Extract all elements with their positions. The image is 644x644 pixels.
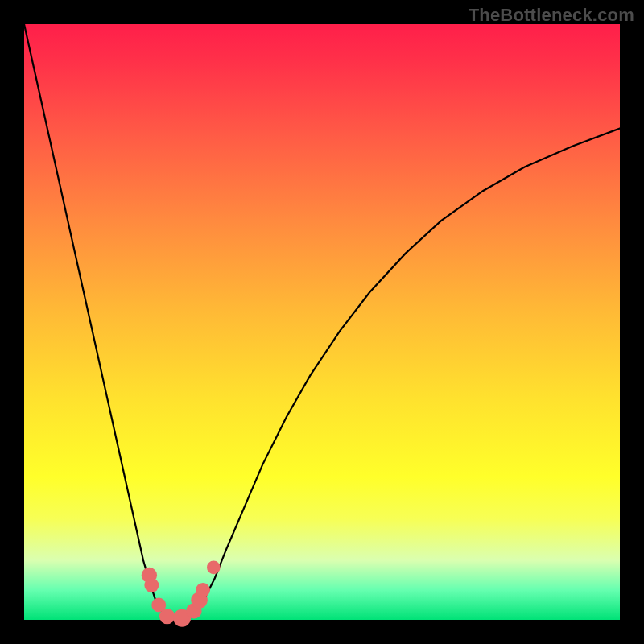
bottleneck-curve xyxy=(24,24,620,620)
data-marker xyxy=(144,578,159,592)
plot-area xyxy=(24,24,620,620)
watermark-text: TheBottleneck.com xyxy=(469,5,634,26)
data-marker xyxy=(159,609,175,624)
curve-right-branch xyxy=(191,129,620,617)
data-marker xyxy=(196,583,210,597)
data-marker xyxy=(207,561,221,575)
curve-left-branch xyxy=(24,24,167,617)
